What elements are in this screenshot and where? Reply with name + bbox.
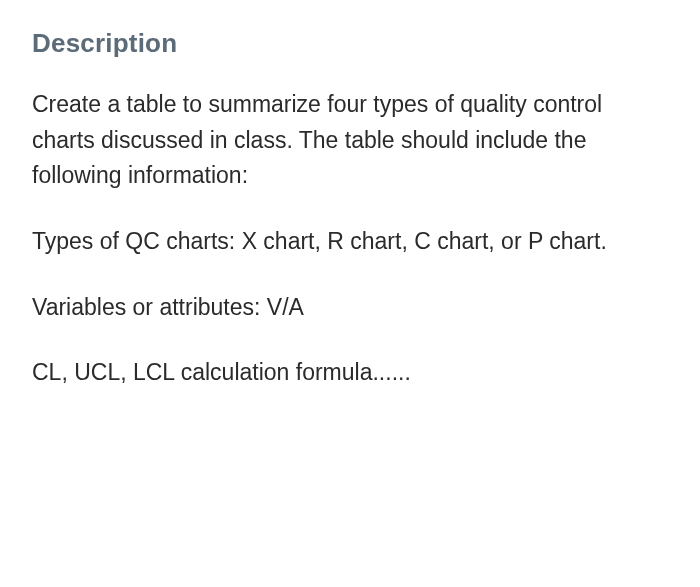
intro-paragraph: Create a table to summarize four types o… bbox=[32, 87, 668, 194]
types-paragraph: Types of QC charts: X chart, R chart, C … bbox=[32, 224, 668, 260]
variables-paragraph: Variables or attributes: V/A bbox=[32, 290, 668, 326]
section-heading: Description bbox=[32, 28, 668, 59]
formula-paragraph: CL, UCL, LCL calculation formula...... bbox=[32, 355, 668, 391]
